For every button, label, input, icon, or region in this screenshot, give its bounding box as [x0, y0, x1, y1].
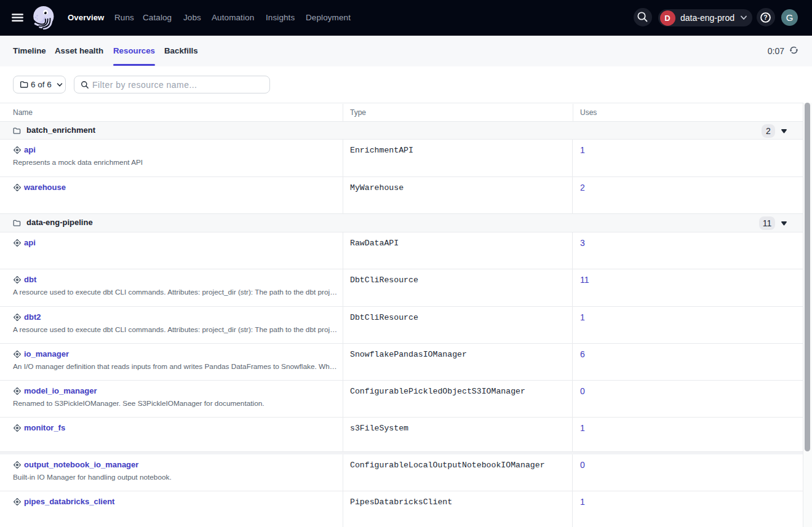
svg-text:?: ? — [763, 14, 767, 21]
